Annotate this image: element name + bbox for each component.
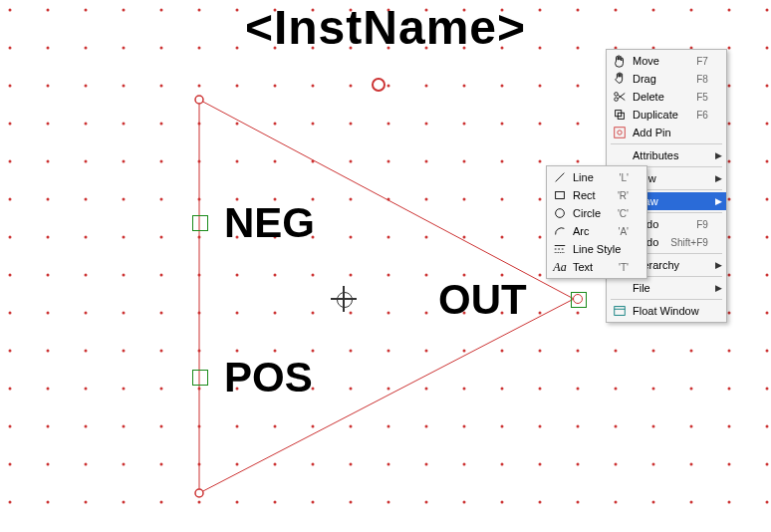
menu-item-shortcut: 'R' <box>618 190 629 201</box>
menu-item-shortcut: F5 <box>696 92 708 103</box>
pin-out-label: OUT <box>438 276 527 324</box>
menu-item-label: Text <box>573 261 607 273</box>
menu-separator <box>611 143 722 144</box>
svg-point-13 <box>556 209 565 218</box>
menu-item-shortcut: F7 <box>696 56 708 67</box>
svg-point-1 <box>195 96 203 104</box>
instance-name-label: <InstName> <box>0 0 771 55</box>
menu-item-label: Arc <box>573 225 607 237</box>
menu-item-label: Float Window <box>633 305 708 317</box>
menu-item-label: Rect <box>573 189 606 201</box>
menu-item-shortcut: F8 <box>696 74 708 85</box>
submenu-arrow-icon: ▶ <box>715 260 722 270</box>
addpin-icon <box>611 126 629 139</box>
duplicate-icon <box>611 108 629 122</box>
menu-item-label: File <box>633 282 708 294</box>
svg-point-4 <box>615 98 619 102</box>
svg-line-11 <box>556 173 565 182</box>
pin-neg-label: NEG <box>224 199 315 247</box>
floatwin-icon <box>611 304 629 318</box>
pin-pos-label: POS <box>224 354 313 401</box>
menu-item-arc[interactable]: Arc'A' <box>547 222 646 240</box>
menu-item-attributes[interactable]: Attributes▶ <box>607 146 726 164</box>
circle-icon <box>551 206 569 220</box>
submenu-arrow-icon: ▶ <box>715 283 722 293</box>
style-icon <box>551 242 569 256</box>
scissors-icon <box>611 90 629 104</box>
menu-item-shortcut: 'L' <box>620 172 629 183</box>
menu-item-add-pin[interactable]: Add Pin <box>607 124 726 141</box>
menu-item-move[interactable]: MoveF7 <box>607 52 726 70</box>
svg-rect-7 <box>615 128 626 138</box>
svg-rect-9 <box>615 307 626 316</box>
submenu-arrow-icon: ▶ <box>715 173 722 183</box>
menu-item-shortcut: Shift+F9 <box>670 237 708 248</box>
pin-pos-box[interactable] <box>192 370 208 386</box>
menu-item-shortcut: F6 <box>696 110 708 121</box>
rect-icon <box>551 188 569 202</box>
menu-separator <box>611 299 722 300</box>
menu-item-rect[interactable]: Rect'R' <box>547 186 646 204</box>
pin-out-dot <box>573 294 583 304</box>
pin-neg-box[interactable] <box>192 215 208 231</box>
menu-item-delete[interactable]: DeleteF5 <box>607 88 726 106</box>
origin-pin-marker <box>372 78 386 92</box>
menu-item-line[interactable]: Line'L' <box>547 168 646 186</box>
arc-icon <box>551 224 569 238</box>
submenu-arrow-icon: ▶ <box>715 150 722 160</box>
menu-item-file[interactable]: File▶ <box>607 279 726 297</box>
menu-item-shortcut: 'T' <box>619 262 629 273</box>
menu-item-label: Add Pin <box>633 127 708 138</box>
menu-item-label: Duplicate <box>633 109 684 121</box>
svg-rect-12 <box>556 192 565 199</box>
svg-point-8 <box>618 131 622 134</box>
menu-item-text[interactable]: AaText'T' <box>547 258 646 276</box>
crosshair-cursor <box>331 286 357 312</box>
menu-item-label: Attributes <box>633 149 708 161</box>
menu-item-line-style[interactable]: Line Style <box>547 240 646 258</box>
submenu-arrow-icon: ▶ <box>715 196 722 206</box>
menu-item-circle[interactable]: Circle'C' <box>547 204 646 222</box>
draw-submenu[interactable]: Line'L'Rect'R'Circle'C'Arc'A'Line StyleA… <box>546 165 647 279</box>
menu-item-label: Line Style <box>573 243 629 255</box>
menu-item-label: Drag <box>633 73 684 85</box>
menu-item-duplicate[interactable]: DuplicateF6 <box>607 106 726 124</box>
menu-item-label: Circle <box>573 207 606 219</box>
hand-icon <box>611 54 629 68</box>
menu-item-label: Delete <box>633 91 684 103</box>
menu-item-drag[interactable]: DragF8 <box>607 70 726 88</box>
menu-item-float-window[interactable]: Float Window <box>607 302 726 320</box>
svg-point-3 <box>615 93 619 97</box>
schematic-canvas[interactable]: <InstName> NEG POS OUT MoveF7DragF8Delet… <box>0 0 771 532</box>
menu-item-label: Line <box>573 171 608 183</box>
menu-item-label: Move <box>633 55 684 67</box>
line-icon <box>551 170 569 184</box>
text-icon: Aa <box>551 260 569 275</box>
drag-icon <box>611 72 629 86</box>
menu-item-shortcut: 'A' <box>619 226 630 237</box>
svg-point-2 <box>195 489 203 497</box>
menu-item-shortcut: 'C' <box>618 208 629 219</box>
menu-item-shortcut: F9 <box>696 219 708 230</box>
